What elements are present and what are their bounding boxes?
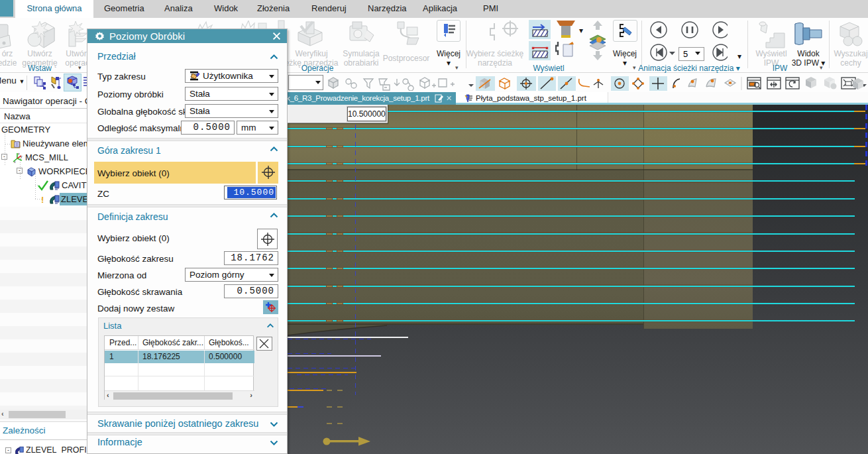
svg-text:y: y [21,154,23,158]
svg-text:z: z [18,152,20,156]
